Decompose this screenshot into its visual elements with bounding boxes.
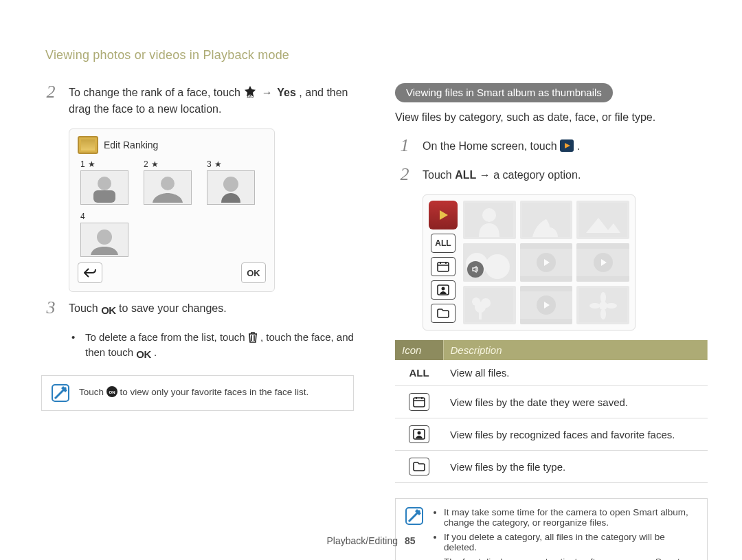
svg-rect-36 xyxy=(520,286,573,291)
step-number: 3 xyxy=(41,299,60,317)
step-number: 2 xyxy=(395,166,414,183)
intro-text: View files by category, such as date, fa… xyxy=(395,109,708,126)
step-3: 3 Touch OK to save your changes. xyxy=(41,299,354,319)
note-text: Touch ON to view only your favorite face… xyxy=(79,384,308,402)
svg-marker-11 xyxy=(440,210,448,220)
svg-rect-27 xyxy=(576,243,629,249)
svg-rect-28 xyxy=(576,276,629,282)
note-icon xyxy=(405,507,423,525)
sub-bullet: • To delete a face from the list, touch … xyxy=(71,330,354,363)
note-item: The front display may not activate after… xyxy=(444,557,697,560)
sidebar-item-date[interactable] xyxy=(431,257,456,276)
svg-rect-23 xyxy=(520,243,573,249)
svg-point-44 xyxy=(606,303,617,309)
table-header-desc: Description xyxy=(443,340,708,360)
svg-marker-29 xyxy=(601,259,607,266)
face-icon xyxy=(409,425,429,443)
album-cover-icon xyxy=(429,201,458,229)
star-icon: ★ xyxy=(151,159,159,169)
thumbnail-tile xyxy=(463,286,516,324)
audio-icon xyxy=(467,261,484,278)
manual-page: Viewing photos or videos in Playback mod… xyxy=(0,0,742,560)
table-header-row: Icon Description xyxy=(395,340,708,360)
icon-description-table: Icon Description ALL View all files. xyxy=(395,340,708,483)
svg-text:ON: ON xyxy=(109,390,115,394)
rank-cell: 3★ xyxy=(207,159,258,205)
thumbnail-tile xyxy=(520,243,573,282)
thumbnail-tile xyxy=(576,286,629,324)
sidebar-item-face[interactable] xyxy=(431,280,456,300)
step-1: 1 On the Home screen, touch . xyxy=(395,137,708,155)
svg-text:123: 123 xyxy=(247,94,254,98)
back-button[interactable] xyxy=(78,262,102,283)
step-text: On the Home screen, touch . xyxy=(423,137,580,155)
note-box: It may take some time for the camera to … xyxy=(395,498,708,560)
back-arrow-icon xyxy=(84,268,96,278)
calendar-icon xyxy=(437,261,449,272)
folder-icon xyxy=(409,458,429,475)
thumbnail-tile xyxy=(463,201,516,239)
svg-rect-34 xyxy=(479,311,482,320)
star-icon: ★ xyxy=(214,159,222,169)
svg-rect-45 xyxy=(414,398,425,407)
playback-home-icon xyxy=(560,139,574,152)
table-row: View files by the file type. xyxy=(395,451,708,483)
svg-point-41 xyxy=(600,292,606,303)
thumbnail-tile xyxy=(463,243,516,282)
table-icon-cell xyxy=(395,386,443,418)
page-footer: Playback/Editing 85 xyxy=(0,535,742,546)
rank-cell: 2★ xyxy=(144,159,194,205)
sidebar-item-folder[interactable] xyxy=(431,304,456,323)
folder-icon xyxy=(437,309,449,318)
sidebar-item-all[interactable]: ALL xyxy=(431,234,456,253)
svg-point-43 xyxy=(589,303,600,309)
calendar-icon xyxy=(409,393,429,411)
trash-icon xyxy=(248,332,258,343)
svg-rect-24 xyxy=(520,276,573,282)
svg-point-5 xyxy=(97,229,112,245)
ok-button[interactable]: OK xyxy=(241,262,266,283)
step-number: 2 xyxy=(41,83,60,101)
page-title: Viewing photos or videos in Playback mod… xyxy=(45,48,708,63)
svg-rect-12 xyxy=(438,262,449,271)
table-desc-cell: View files by the date they were saved. xyxy=(443,386,708,418)
table-icon-cell: ALL xyxy=(395,360,443,386)
svg-marker-25 xyxy=(544,259,550,266)
step-number: 1 xyxy=(395,137,414,155)
thumbnail-tile xyxy=(520,201,573,239)
svg-point-14 xyxy=(442,287,445,291)
table-row: View files by the date they were saved. xyxy=(395,386,708,418)
thumbnail-tile xyxy=(520,286,573,324)
table-desc-cell: View files by the file type. xyxy=(443,451,708,483)
two-column-layout: 2 To change the rank of a face, touch 12… xyxy=(41,83,708,560)
section-heading-pill: Viewing files in Smart album as thumbnai… xyxy=(395,83,613,102)
face-photo xyxy=(80,223,128,257)
smart-album-figure: ALL xyxy=(423,194,636,331)
figure-title: Edit Ranking xyxy=(104,139,158,150)
svg-rect-2 xyxy=(93,190,115,203)
footer-section: Playback/Editing xyxy=(327,535,398,546)
svg-point-32 xyxy=(481,298,491,308)
svg-point-33 xyxy=(472,298,480,306)
face-photo xyxy=(207,170,255,205)
table-row: View files by recognized faces and favor… xyxy=(395,418,708,451)
face-photo xyxy=(144,170,192,205)
rank-cell: 4 xyxy=(80,212,131,257)
table-icon-cell xyxy=(395,418,443,451)
note-icon xyxy=(52,384,69,402)
table-icon-cell xyxy=(395,451,443,483)
svg-point-3 xyxy=(161,177,175,190)
table-header-icon: Icon xyxy=(395,340,443,360)
svg-point-21 xyxy=(485,254,510,279)
star-rank-icon: 123 xyxy=(243,86,257,98)
note-item: It may take some time for the camera to … xyxy=(444,507,697,528)
ok-icon: OK xyxy=(101,303,116,319)
right-column: Viewing files in Smart album as thumbnai… xyxy=(395,83,708,560)
album-sidebar: ALL xyxy=(429,201,458,324)
svg-point-1 xyxy=(98,177,111,190)
svg-point-42 xyxy=(600,309,606,320)
thumbnail-tile xyxy=(576,243,629,282)
ok-icon: OK xyxy=(136,347,151,363)
note-box: Touch ON to view only your favorite face… xyxy=(41,375,354,411)
rank-cell: 1★ xyxy=(80,159,131,205)
